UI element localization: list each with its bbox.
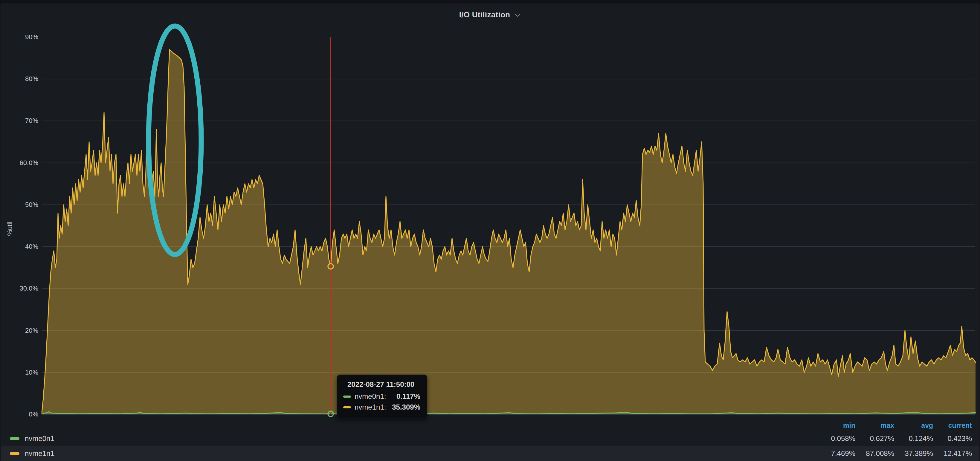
y-axis-tick-label: 10% <box>5 369 38 377</box>
chart-tooltip: 2022-08-27 11:50:00 nvme0n1:0.117%nvme1n… <box>337 375 427 419</box>
legend-row-nvme1n1: nvme1n17.469%87.008%37.389%12.417% <box>1 446 979 461</box>
legend-stat-header-avg[interactable]: avg <box>894 421 933 429</box>
legend-stat-max-nvme1n1: 87.008% <box>855 449 894 458</box>
legend-stat-min-nvme0n1: 0.058% <box>816 434 855 443</box>
legend: minmaxavgcurrent nvme0n10.058%0.627%0.12… <box>1 420 979 461</box>
y-axis-tick-label: 0% <box>5 410 38 418</box>
time-series-chart[interactable]: 0%10%20%30.0%40%50%60.0%70%80%90% %util <box>1 4 979 461</box>
series-color-dash-icon <box>343 406 351 409</box>
tooltip-row-nvme1n1: nvme1n1:35.309% <box>343 403 420 412</box>
y-axis-tick-label: 80% <box>5 75 38 83</box>
series-color-swatch-icon[interactable] <box>10 452 19 455</box>
legend-stat-current-nvme0n1: 0.423% <box>933 434 972 443</box>
series-color-swatch-icon[interactable] <box>10 437 19 440</box>
legend-stat-max-nvme0n1: 0.627% <box>855 434 894 443</box>
legend-stat-current-nvme1n1: 12.417% <box>933 449 972 458</box>
legend-stat-header-current[interactable]: current <box>933 421 972 429</box>
grafana-dashboard: { "panel": { "title": "I/O Utilization" … <box>0 0 980 461</box>
legend-row-nvme0n1: nvme0n10.058%0.627%0.124%0.423% <box>1 431 979 446</box>
legend-stat-min-nvme1n1: 7.469% <box>816 449 855 458</box>
tooltip-series-value: 0.117% <box>396 392 420 401</box>
legend-stats-header: minmaxavgcurrent <box>1 420 979 431</box>
legend-series-toggle-nvme0n1[interactable]: nvme0n1 <box>1 434 816 443</box>
tooltip-series-name: nvme0n1: <box>355 392 386 401</box>
legend-stat-header-min[interactable]: min <box>816 421 855 429</box>
y-axis-tick-label: 40% <box>5 243 38 251</box>
y-axis-tick-label: 90% <box>5 33 38 41</box>
y-axis-tick-label: 20% <box>5 327 38 335</box>
tooltip-timestamp: 2022-08-27 11:50:00 <box>347 380 420 389</box>
series-color-dash-icon <box>343 396 351 397</box>
legend-stat-avg-nvme1n1: 37.389% <box>894 449 933 458</box>
y-axis-title: %util <box>6 221 14 236</box>
legend-stat-avg-nvme0n1: 0.124% <box>894 434 933 443</box>
tooltip-row-nvme0n1: nvme0n1:0.117% <box>343 392 420 401</box>
y-axis-tick-label: 60.0% <box>5 159 38 167</box>
series-area-nvme1n1 <box>42 49 975 414</box>
legend-stat-header-max[interactable]: max <box>855 421 894 429</box>
legend-series-name[interactable]: nvme0n1 <box>25 434 54 443</box>
chart-canvas[interactable] <box>1 4 980 461</box>
io-utilization-panel: I/O Utilization 0%10%20%30.0%40%50%60.0%… <box>1 3 979 461</box>
tooltip-series-value: 35.309% <box>392 403 420 412</box>
y-axis-tick-label: 50% <box>5 201 38 209</box>
legend-series-name[interactable]: nvme1n1 <box>25 449 54 458</box>
y-axis-tick-label: 70% <box>5 117 38 125</box>
tooltip-series-name: nvme1n1: <box>355 403 386 412</box>
legend-series-toggle-nvme1n1[interactable]: nvme1n1 <box>1 449 816 458</box>
y-axis-tick-label: 30.0% <box>5 285 38 292</box>
